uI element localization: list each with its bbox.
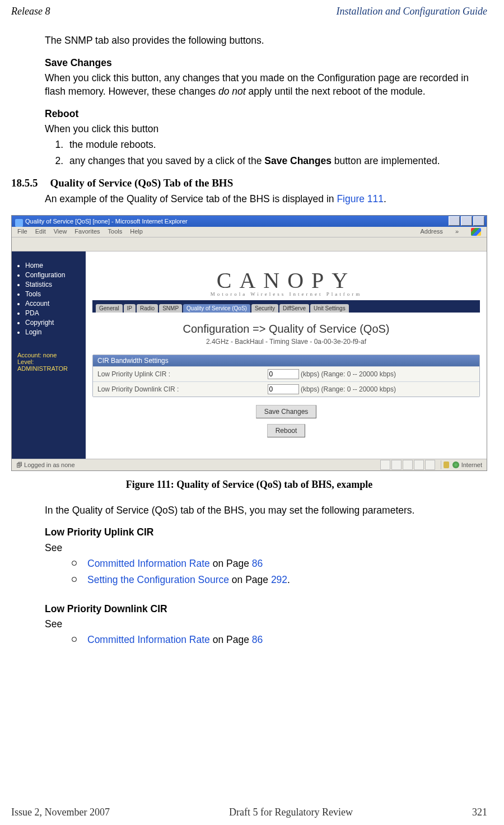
browser-viewport: Home Configuration Statistics Tools Acco… (12, 251, 487, 459)
running-header: Release 8 Installation and Configuration… (11, 6, 487, 17)
main-content: CANOPY Motorola Wireless Internet Platfo… (86, 251, 487, 459)
page-xref[interactable]: 292 (271, 574, 287, 585)
chevron-icon[interactable]: » (451, 228, 463, 236)
nav-item[interactable]: Copyright (25, 319, 80, 327)
xref-link[interactable]: Committed Information Rate (87, 634, 210, 645)
section-number: 18.5.5 (11, 177, 38, 189)
section-title: Quality of Service (QoS) Tab of the BHS (50, 177, 234, 189)
status-segments (380, 460, 435, 470)
tab-bar: General IP Radio SNMP Quality of Service… (92, 300, 480, 313)
close-button[interactable] (473, 216, 484, 226)
tab[interactable]: Unit Settings (310, 304, 349, 313)
tab[interactable]: General (96, 304, 123, 313)
page-xref[interactable]: 86 (252, 634, 263, 645)
nav-item[interactable]: Home (25, 262, 80, 269)
field-help: (kbps) (Range: 0 -- 20000 kbps) (301, 370, 396, 378)
bullet-list: Committed Information Rate on Page 86 (72, 633, 482, 647)
lock-icon (444, 462, 449, 468)
logo: CANOPY Motorola Wireless Internet Platfo… (92, 251, 480, 300)
page: Release 8 Installation and Configuration… (0, 0, 504, 825)
tab[interactable]: Security (251, 304, 278, 313)
menu-item[interactable]: Help (130, 228, 143, 236)
page-subtitle: 2.4GHz - BackHaul - Timing Slave - 0a-00… (92, 338, 480, 346)
subhead-lpd: Low Priority Downlink CIR (45, 603, 482, 616)
windows-flag-icon (471, 228, 481, 236)
settings-panel: CIR Bandwidth Settings Low Priority Upli… (92, 355, 480, 397)
zone-label: Internet (461, 462, 482, 468)
footer-right: 321 (472, 807, 487, 818)
body: The SNMP tab also provides the following… (45, 34, 482, 168)
para: When you click this button (45, 123, 482, 136)
downlink-cir-input[interactable] (268, 384, 299, 394)
button-bar: Save Changes Reboot (92, 405, 480, 443)
menu-item[interactable]: File (17, 228, 27, 236)
nav-item[interactable]: Login (25, 328, 80, 336)
nav-item[interactable]: PDA (25, 309, 80, 317)
menu-item[interactable]: Tools (108, 228, 123, 236)
globe-icon (452, 462, 459, 468)
para: In the Quality of Service (QoS) tab of t… (45, 504, 482, 518)
window-buttons (449, 216, 484, 226)
panel-header: CIR Bandwidth Settings (93, 355, 479, 366)
table-row: Low Priority Downlink CIR : (kbps) (Rang… (93, 381, 479, 397)
section-heading: 18.5.5 Quality of Service (QoS) Tab of t… (11, 177, 487, 189)
figure-xref[interactable]: Figure 111 (337, 193, 384, 204)
para: See (45, 618, 482, 631)
figure-caption: Figure 111: Quality of Service (QoS) tab… (11, 479, 487, 491)
screenshot-window: Quality of Service [QoS] [none] - Micros… (11, 215, 487, 471)
menu-item[interactable]: Edit (35, 228, 46, 236)
uplink-cir-input[interactable] (268, 369, 299, 379)
xref-link[interactable]: Committed Information Rate (87, 558, 210, 569)
para: The SNMP tab also provides the following… (45, 34, 482, 48)
tab[interactable]: Radio (137, 304, 158, 313)
menubar: File Edit View Favorites Tools Help Addr… (12, 227, 487, 237)
field-help: (kbps) (Range: 0 -- 20000 kbps) (301, 385, 396, 393)
field-label: Low Priority Uplink CIR : (93, 366, 263, 381)
nav-item[interactable]: Statistics (25, 281, 80, 288)
table-row: Low Priority Uplink CIR : (kbps) (Range:… (93, 366, 479, 381)
nav-item[interactable]: Tools (25, 290, 80, 298)
footer-left: Issue 2, November 2007 (11, 807, 110, 818)
body: An example of the Quality of Service tab… (45, 193, 482, 206)
save-button[interactable]: Save Changes (256, 405, 317, 418)
running-footer: Issue 2, November 2007 Draft 5 for Regul… (11, 807, 487, 818)
menu-item[interactable]: View (54, 228, 67, 236)
field-cell: (kbps) (Range: 0 -- 20000 kbps) (263, 366, 479, 381)
tab-active[interactable]: Quality of Service (QoS) (183, 304, 250, 313)
xref-link[interactable]: Setting the Configuration Source (87, 574, 229, 585)
settings-table: Low Priority Uplink CIR : (kbps) (Range:… (93, 366, 479, 397)
list-item: the module reboots. (66, 138, 482, 152)
para: An example of the Quality of Service tab… (45, 193, 482, 206)
status-bar: 🗐 Logged in as none Internet (12, 459, 487, 470)
nav-item[interactable]: Configuration (25, 271, 80, 279)
page-xref[interactable]: 86 (252, 558, 263, 569)
list-item: Committed Information Rate on Page 86 (72, 633, 482, 647)
menu-item[interactable]: Favorites (74, 228, 100, 236)
nav-item[interactable]: Account (25, 300, 80, 307)
list-item: Committed Information Rate on Page 86 (72, 557, 482, 571)
nav-sidebar: Home Configuration Statistics Tools Acco… (12, 251, 86, 459)
header-left: Release 8 (11, 6, 50, 17)
list-item: any changes that you saved by a click of… (66, 155, 482, 168)
page-title: Configuration => Quality of Service (QoS… (92, 323, 480, 335)
footer-center: Draft 5 for Regulatory Review (229, 807, 353, 818)
window-titlebar: Quality of Service [QoS] [none] - Micros… (12, 216, 487, 227)
list-item: Setting the Configuration Source on Page… (72, 574, 482, 587)
reboot-button[interactable]: Reboot (267, 424, 306, 437)
header-right: Installation and Configuration Guide (336, 6, 487, 17)
tab[interactable]: DiffServe (279, 304, 309, 313)
status-text: 🗐 Logged in as none (16, 462, 75, 468)
tab[interactable]: SNMP (159, 304, 182, 313)
maximize-button[interactable] (461, 216, 472, 226)
body: In the Quality of Service (QoS) tab of t… (45, 504, 482, 647)
para: See (45, 542, 482, 555)
ordered-list: the module reboots. any changes that you… (66, 138, 482, 168)
address-label: Address (421, 228, 443, 236)
subhead-lpu: Low Priority Uplink CIR (45, 526, 482, 539)
toolbar (12, 237, 487, 251)
tab[interactable]: IP (124, 304, 136, 313)
window-title: Quality of Service [QoS] [none] - Micros… (14, 218, 449, 225)
minimize-button[interactable] (449, 216, 460, 226)
subhead-reboot: Reboot (45, 108, 482, 121)
subhead-save: Save Changes (45, 57, 482, 70)
